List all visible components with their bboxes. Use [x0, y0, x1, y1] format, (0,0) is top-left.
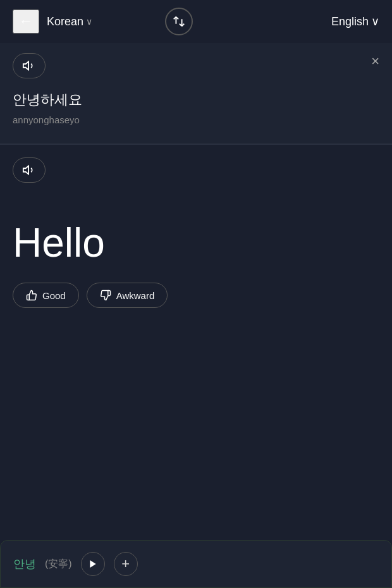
- svg-marker-1: [23, 166, 28, 175]
- translation-panel: Hello Good Awkward: [0, 145, 392, 323]
- bottom-bar: 안녕 (安寧) +: [0, 540, 392, 588]
- awkward-label: Awkward: [116, 290, 155, 301]
- source-language-label: Korean: [47, 15, 83, 28]
- add-icon: +: [121, 556, 130, 572]
- target-language-chevron-icon: ∨: [371, 15, 379, 28]
- translation-speaker-icon: [22, 163, 36, 177]
- good-button[interactable]: Good: [13, 283, 79, 308]
- close-button[interactable]: ×: [371, 53, 379, 70]
- bottom-word-annotation: (安寧): [45, 558, 72, 571]
- source-panel: × 안녕하세요 annyonghaseyo: [0, 43, 392, 144]
- romanization-text: annyonghaseyo: [13, 114, 379, 125]
- thumbs-up-icon: [26, 290, 37, 301]
- bottom-play-icon: [88, 559, 98, 569]
- awkward-button[interactable]: Awkward: [87, 283, 168, 308]
- target-language-label: English: [331, 15, 369, 28]
- svg-marker-0: [23, 62, 28, 70]
- swap-languages-button[interactable]: [165, 8, 193, 35]
- source-speaker-icon: [22, 59, 36, 73]
- source-text: 안녕하세요: [13, 91, 379, 109]
- source-language-chevron-icon: ∨: [86, 16, 92, 27]
- bottom-add-button[interactable]: +: [114, 552, 138, 576]
- bottom-play-button[interactable]: [81, 552, 105, 576]
- translated-text: Hello: [13, 221, 379, 265]
- bottom-word: 안녕: [13, 556, 36, 572]
- target-language-selector[interactable]: English ∨: [331, 15, 379, 28]
- back-button[interactable]: ←: [13, 9, 39, 34]
- good-label: Good: [42, 290, 66, 301]
- translation-speaker-button[interactable]: [13, 157, 46, 183]
- source-speaker-button[interactable]: [13, 53, 46, 78]
- thumbs-down-icon: [100, 290, 111, 301]
- svg-marker-2: [90, 560, 95, 568]
- feedback-row: Good Awkward: [13, 283, 379, 308]
- header: ← Korean ∨ English ∨: [0, 0, 392, 43]
- swap-icon: [172, 15, 186, 28]
- source-language-selector[interactable]: Korean ∨: [47, 15, 92, 28]
